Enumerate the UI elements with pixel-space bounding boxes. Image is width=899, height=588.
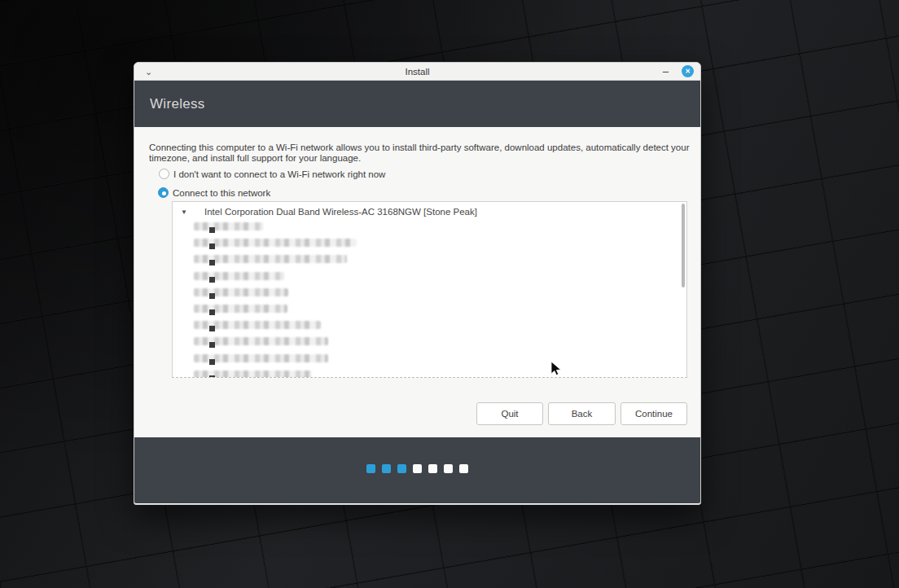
close-icon[interactable]: ✕ [682,65,694,77]
progress-step-todo [413,464,422,473]
progress-step-done [397,464,406,473]
redacted-ssid-text [194,239,357,247]
redacted-radio-icon [209,359,215,365]
wifi-network-row[interactable] [194,371,312,378]
continue-button[interactable]: Continue [621,402,687,425]
adapter-row[interactable]: ▼ Intel Corporation Dual Band Wireless-A… [173,205,477,218]
redacted-ssid-text [194,305,287,313]
radio-no-wifi[interactable]: I don't want to connect to a Wi-Fi netwo… [159,169,385,179]
desktop-wallpaper: ⌄ Install – ✕ Wireless Connecting this c… [0,0,899,588]
redacted-ssid-text [194,272,284,280]
radio-button-icon [159,169,169,179]
redacted-radio-icon [209,326,215,331]
wifi-network-row[interactable] [194,321,321,334]
wifi-network-row[interactable] [194,337,328,350]
redacted-radio-icon [209,260,215,265]
progress-step-todo [428,464,437,473]
radio-connect-network[interactable]: Connect to this network [158,187,270,198]
wifi-network-row[interactable] [194,222,263,235]
wifi-network-row[interactable] [194,272,284,285]
back-button[interactable]: Back [548,402,616,425]
expander-triangle-icon[interactable]: ▼ [179,208,189,216]
redacted-radio-icon [209,309,215,315]
mouse-cursor-icon [550,361,564,377]
window-title: Install [134,67,700,77]
redacted-ssid-text [194,255,347,263]
quit-button[interactable]: Quit [476,402,543,425]
page-header: Wireless [134,81,700,127]
redacted-radio-icon [209,375,215,378]
intro-text: Connecting this computer to a Wi-Fi netw… [149,143,690,165]
page-title: Wireless [134,96,205,112]
redacted-radio-icon [209,277,215,283]
redacted-radio-icon [209,227,215,233]
redacted-radio-icon [209,244,215,249]
progress-step-done [366,464,375,473]
titlebar: ⌄ Install – ✕ [134,63,700,81]
wifi-network-list: ▼ Intel Corporation Dual Band Wireless-A… [172,201,687,378]
progress-dots [134,437,700,473]
install-window: ⌄ Install – ✕ Wireless Connecting this c… [134,62,701,505]
progress-step-todo [444,464,453,473]
redacted-ssid-text [194,288,288,296]
minimize-icon[interactable]: – [663,68,669,75]
radio-connect-network-label: Connect to this network [173,188,270,198]
adapter-name: Intel Corporation Dual Band Wireless-AC … [204,207,477,217]
redacted-radio-icon [209,342,215,348]
progress-step-done [382,464,391,473]
wifi-network-row[interactable] [194,255,347,268]
wifi-network-row[interactable] [194,305,287,318]
progress-footer [134,437,700,503]
wifi-network-row[interactable] [194,239,357,252]
radio-no-wifi-label: I don't want to connect to a Wi-Fi netwo… [173,169,385,179]
redacted-ssid-text [194,222,263,230]
scrollbar-thumb[interactable] [682,204,685,287]
radio-button-selected-icon [158,187,169,198]
wifi-network-row[interactable] [194,288,288,301]
redacted-radio-icon [209,293,215,299]
wifi-network-row[interactable] [194,354,328,367]
progress-step-todo [459,464,468,473]
